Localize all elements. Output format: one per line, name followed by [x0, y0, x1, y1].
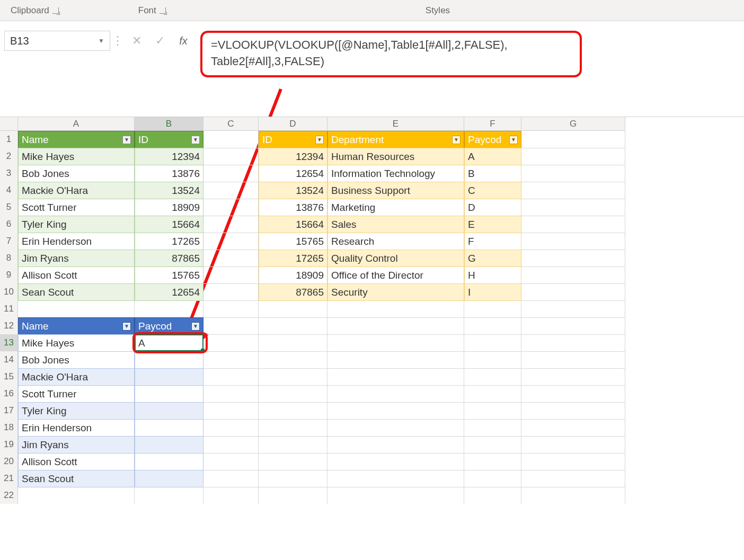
table2-cell-department[interactable]: Human Resources: [327, 148, 464, 165]
table3-cell-paycode[interactable]: [135, 436, 203, 454]
column-headers[interactable]: A B C D E F G: [0, 117, 744, 131]
filter-dropdown-icon[interactable]: ▼: [315, 136, 324, 144]
table1-cell-id[interactable]: 13876: [135, 165, 203, 182]
table1-cell-name[interactable]: Bob Jones: [18, 165, 135, 182]
table1-header-name[interactable]: Name▼: [18, 131, 135, 148]
cell[interactable]: [259, 470, 327, 487]
cell[interactable]: [327, 402, 464, 420]
cell[interactable]: [203, 402, 259, 420]
table3-cell-name[interactable]: Bob Jones: [18, 351, 135, 369]
table1-cell-name[interactable]: Mike Hayes: [18, 148, 135, 165]
table1-cell-id[interactable]: 13524: [135, 182, 203, 199]
col-header[interactable]: A: [18, 117, 135, 131]
row-header[interactable]: 20: [0, 453, 18, 470]
cell[interactable]: [327, 470, 464, 487]
cell[interactable]: [203, 351, 259, 369]
table3-cell-name[interactable]: Mackie O'Hara: [18, 368, 135, 386]
table1-cell-name[interactable]: Scott Turner: [18, 199, 135, 216]
cell[interactable]: [327, 317, 464, 335]
col-header[interactable]: B: [135, 117, 203, 131]
table2-cell-id[interactable]: 12394: [259, 148, 327, 165]
dialog-launcher-icon[interactable]: [160, 7, 166, 14]
cell[interactable]: [203, 385, 259, 403]
cell[interactable]: [327, 351, 464, 369]
cell[interactable]: [464, 300, 521, 318]
dialog-launcher-icon[interactable]: [52, 7, 59, 14]
table2-cell-department[interactable]: Quality Control: [327, 250, 464, 267]
cell[interactable]: [521, 453, 625, 470]
cell[interactable]: [521, 165, 625, 182]
table2-cell-department[interactable]: Office of the Director: [327, 266, 464, 284]
row-header[interactable]: 21: [0, 470, 18, 487]
cell[interactable]: [203, 487, 259, 504]
cell[interactable]: [203, 317, 259, 335]
cell[interactable]: [203, 470, 259, 487]
table1-cell-name[interactable]: Jim Ryans: [18, 250, 135, 267]
table3-cell-name[interactable]: Sean Scout: [18, 470, 135, 487]
cell[interactable]: [203, 300, 259, 318]
cell[interactable]: [327, 419, 464, 437]
cell[interactable]: [464, 368, 521, 386]
row-header[interactable]: 17: [0, 402, 18, 420]
cell[interactable]: [203, 250, 259, 267]
filter-dropdown-icon[interactable]: ▼: [509, 136, 518, 144]
row-header[interactable]: 8: [0, 250, 18, 267]
table2-cell-department[interactable]: Research: [327, 233, 464, 250]
table1-cell-id[interactable]: 17265: [135, 233, 203, 250]
table2-cell-paycode[interactable]: G: [464, 250, 521, 267]
table2-cell-paycode[interactable]: D: [464, 199, 521, 216]
cell[interactable]: [327, 487, 464, 504]
cell[interactable]: [203, 453, 259, 470]
filter-dropdown-icon[interactable]: ▼: [452, 136, 460, 144]
table3-cell-name[interactable]: Erin Henderson: [18, 419, 135, 437]
col-header[interactable]: F: [464, 117, 521, 131]
row-header[interactable]: 5: [0, 199, 18, 216]
table2-cell-paycode[interactable]: F: [464, 233, 521, 250]
cell[interactable]: [521, 419, 625, 437]
row-header[interactable]: 14: [0, 351, 18, 369]
cell[interactable]: [203, 419, 259, 437]
table2-cell-id[interactable]: 18909: [259, 266, 327, 284]
table3-cell-name[interactable]: Tyler King: [18, 402, 135, 420]
cell[interactable]: [259, 402, 327, 420]
chevron-down-icon[interactable]: ▼: [98, 37, 104, 45]
table2-cell-paycode[interactable]: B: [464, 165, 521, 182]
insert-function-button[interactable]: fx: [172, 31, 195, 51]
row-header[interactable]: 22: [0, 487, 18, 504]
cell[interactable]: [259, 487, 327, 504]
col-header[interactable]: G: [521, 117, 625, 131]
row-header[interactable]: 9: [0, 266, 18, 284]
name-box[interactable]: B13 ▼: [4, 31, 110, 51]
cell[interactable]: [18, 487, 135, 504]
table3-header-paycode[interactable]: Paycod▼: [135, 317, 203, 335]
table3-cell-paycode[interactable]: [135, 470, 203, 487]
table2-cell-id[interactable]: 17265: [259, 250, 327, 267]
table2-cell-id[interactable]: 87865: [259, 283, 327, 301]
table3-cell-paycode[interactable]: [135, 419, 203, 437]
cell[interactable]: [521, 182, 625, 199]
table3-cell-paycode[interactable]: [135, 368, 203, 386]
cell[interactable]: [203, 368, 259, 386]
table1-cell-id[interactable]: 12394: [135, 148, 203, 165]
col-header[interactable]: D: [259, 117, 327, 131]
table1-cell-id[interactable]: 18909: [135, 199, 203, 216]
table2-header-id[interactable]: ID▼: [259, 131, 327, 148]
row-header[interactable]: 1: [0, 131, 18, 148]
cell[interactable]: [521, 131, 625, 148]
cell[interactable]: [521, 334, 625, 352]
cell[interactable]: [203, 334, 259, 352]
cell[interactable]: [521, 199, 625, 216]
cell[interactable]: [521, 300, 625, 318]
table2-header-department[interactable]: Department▼: [327, 131, 464, 148]
cell[interactable]: [259, 317, 327, 335]
table2-cell-id[interactable]: 13876: [259, 199, 327, 216]
table2-cell-department[interactable]: Security: [327, 283, 464, 301]
table2-cell-id[interactable]: 13524: [259, 182, 327, 199]
col-header[interactable]: C: [203, 117, 259, 131]
cell[interactable]: [521, 250, 625, 267]
cell[interactable]: [203, 436, 259, 454]
cell[interactable]: [521, 487, 625, 504]
cell[interactable]: [259, 334, 327, 352]
table3-cell-name[interactable]: Allison Scott: [18, 453, 135, 470]
cell[interactable]: [521, 351, 625, 369]
